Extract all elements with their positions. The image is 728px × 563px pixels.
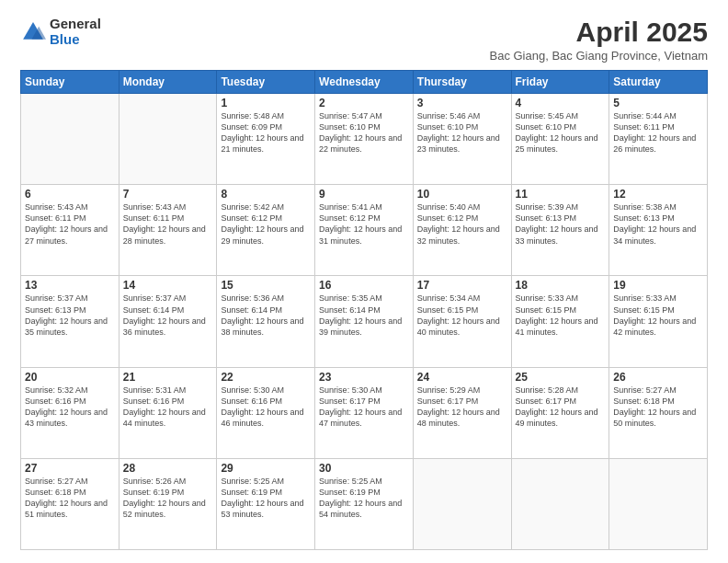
- day-info: Sunrise: 5:26 AM Sunset: 6:19 PM Dayligh…: [123, 476, 213, 521]
- day-info: Sunrise: 5:45 AM Sunset: 6:10 PM Dayligh…: [516, 110, 606, 155]
- table-row: 22Sunrise: 5:30 AM Sunset: 6:16 PM Dayli…: [217, 367, 315, 458]
- day-info: Sunrise: 5:37 AM Sunset: 6:13 PM Dayligh…: [25, 293, 115, 338]
- day-number: 29: [221, 462, 311, 475]
- table-row: 4Sunrise: 5:45 AM Sunset: 6:10 PM Daylig…: [511, 94, 609, 185]
- day-info: Sunrise: 5:31 AM Sunset: 6:16 PM Dayligh…: [123, 385, 213, 430]
- day-number: 16: [319, 279, 409, 292]
- day-number: 19: [613, 279, 703, 292]
- day-info: Sunrise: 5:30 AM Sunset: 6:16 PM Dayligh…: [221, 385, 311, 430]
- day-number: 12: [613, 188, 703, 201]
- table-row: 8Sunrise: 5:42 AM Sunset: 6:12 PM Daylig…: [217, 185, 315, 276]
- table-row: 23Sunrise: 5:30 AM Sunset: 6:17 PM Dayli…: [315, 367, 414, 458]
- calendar-row-2: 13Sunrise: 5:37 AM Sunset: 6:13 PM Dayli…: [21, 276, 708, 367]
- day-number: 4: [516, 97, 606, 109]
- calendar-row-0: 1Sunrise: 5:48 AM Sunset: 6:09 PM Daylig…: [21, 94, 708, 185]
- day-number: 3: [417, 97, 507, 109]
- day-info: Sunrise: 5:47 AM Sunset: 6:10 PM Dayligh…: [319, 110, 409, 155]
- table-row: 10Sunrise: 5:40 AM Sunset: 6:12 PM Dayli…: [413, 185, 511, 276]
- table-row: 14Sunrise: 5:37 AM Sunset: 6:14 PM Dayli…: [119, 276, 217, 367]
- table-row: 28Sunrise: 5:26 AM Sunset: 6:19 PM Dayli…: [119, 458, 217, 549]
- day-number: 27: [25, 462, 115, 475]
- day-number: 24: [417, 371, 507, 384]
- day-info: Sunrise: 5:30 AM Sunset: 6:17 PM Dayligh…: [319, 385, 409, 430]
- day-number: 28: [123, 462, 213, 475]
- logo-icon: [20, 19, 46, 45]
- table-row: 12Sunrise: 5:38 AM Sunset: 6:13 PM Dayli…: [609, 185, 708, 276]
- day-info: Sunrise: 5:43 AM Sunset: 6:11 PM Dayligh…: [25, 201, 115, 247]
- day-number: 30: [319, 462, 409, 475]
- day-info: Sunrise: 5:27 AM Sunset: 6:18 PM Dayligh…: [25, 476, 115, 521]
- day-info: Sunrise: 5:29 AM Sunset: 6:17 PM Dayligh…: [417, 385, 507, 430]
- col-saturday: Saturday: [609, 71, 708, 94]
- day-number: 13: [25, 279, 115, 292]
- day-info: Sunrise: 5:37 AM Sunset: 6:14 PM Dayligh…: [123, 293, 213, 338]
- title-block: April 2025 Bac Giang, Bac Giang Province…: [490, 17, 709, 63]
- day-number: 17: [417, 279, 507, 292]
- table-row: 11Sunrise: 5:39 AM Sunset: 6:13 PM Dayli…: [511, 185, 609, 276]
- table-row: 3Sunrise: 5:46 AM Sunset: 6:10 PM Daylig…: [413, 94, 511, 185]
- day-info: Sunrise: 5:28 AM Sunset: 6:17 PM Dayligh…: [516, 385, 606, 430]
- main-title: April 2025: [490, 17, 709, 47]
- table-row: 18Sunrise: 5:33 AM Sunset: 6:15 PM Dayli…: [511, 276, 609, 367]
- day-number: 9: [319, 188, 409, 201]
- day-number: 21: [123, 371, 213, 384]
- col-monday: Monday: [119, 71, 217, 94]
- day-info: Sunrise: 5:25 AM Sunset: 6:19 PM Dayligh…: [221, 476, 311, 521]
- day-info: Sunrise: 5:34 AM Sunset: 6:15 PM Dayligh…: [417, 293, 507, 338]
- day-number: 1: [221, 97, 311, 109]
- table-row: 21Sunrise: 5:31 AM Sunset: 6:16 PM Dayli…: [119, 367, 217, 458]
- table-row: 13Sunrise: 5:37 AM Sunset: 6:13 PM Dayli…: [21, 276, 119, 367]
- day-number: 25: [516, 371, 606, 384]
- table-row: 26Sunrise: 5:27 AM Sunset: 6:18 PM Dayli…: [609, 367, 708, 458]
- table-row: [609, 458, 708, 549]
- table-row: 15Sunrise: 5:36 AM Sunset: 6:14 PM Dayli…: [217, 276, 315, 367]
- table-row: 5Sunrise: 5:44 AM Sunset: 6:11 PM Daylig…: [609, 94, 708, 185]
- day-number: 8: [221, 188, 311, 201]
- table-row: 6Sunrise: 5:43 AM Sunset: 6:11 PM Daylig…: [21, 185, 119, 276]
- day-info: Sunrise: 5:35 AM Sunset: 6:14 PM Dayligh…: [319, 293, 409, 338]
- table-row: [511, 458, 609, 549]
- table-row: 2Sunrise: 5:47 AM Sunset: 6:10 PM Daylig…: [315, 94, 414, 185]
- calendar-row-3: 20Sunrise: 5:32 AM Sunset: 6:16 PM Dayli…: [21, 367, 708, 458]
- table-row: [21, 94, 119, 185]
- col-tuesday: Tuesday: [217, 71, 315, 94]
- day-info: Sunrise: 5:43 AM Sunset: 6:11 PM Dayligh…: [123, 201, 213, 247]
- day-info: Sunrise: 5:39 AM Sunset: 6:13 PM Dayligh…: [516, 201, 606, 247]
- day-info: Sunrise: 5:42 AM Sunset: 6:12 PM Dayligh…: [221, 201, 311, 247]
- day-number: 11: [516, 188, 606, 201]
- day-number: 15: [221, 279, 311, 292]
- day-info: Sunrise: 5:48 AM Sunset: 6:09 PM Dayligh…: [221, 110, 311, 155]
- calendar-row-1: 6Sunrise: 5:43 AM Sunset: 6:11 PM Daylig…: [21, 185, 708, 276]
- day-number: 22: [221, 371, 311, 384]
- day-info: Sunrise: 5:38 AM Sunset: 6:13 PM Dayligh…: [613, 201, 703, 247]
- table-row: [413, 458, 511, 549]
- day-number: 23: [319, 371, 409, 384]
- day-number: 5: [613, 97, 703, 109]
- day-info: Sunrise: 5:27 AM Sunset: 6:18 PM Dayligh…: [613, 385, 703, 430]
- logo-general-label: General: [50, 17, 101, 32]
- col-thursday: Thursday: [413, 71, 511, 94]
- day-number: 26: [613, 371, 703, 384]
- table-row: 9Sunrise: 5:41 AM Sunset: 6:12 PM Daylig…: [315, 185, 414, 276]
- day-info: Sunrise: 5:33 AM Sunset: 6:15 PM Dayligh…: [613, 293, 703, 338]
- col-wednesday: Wednesday: [315, 71, 414, 94]
- day-number: 10: [417, 188, 507, 201]
- calendar-row-4: 27Sunrise: 5:27 AM Sunset: 6:18 PM Dayli…: [21, 458, 708, 549]
- day-number: 20: [25, 371, 115, 384]
- day-info: Sunrise: 5:46 AM Sunset: 6:10 PM Dayligh…: [417, 110, 507, 155]
- page: General Blue April 2025 Bac Giang, Bac G…: [0, 0, 728, 563]
- table-row: [119, 94, 217, 185]
- logo-blue-label: Blue: [50, 32, 101, 48]
- table-row: 24Sunrise: 5:29 AM Sunset: 6:17 PM Dayli…: [413, 367, 511, 458]
- col-sunday: Sunday: [21, 71, 119, 94]
- logo: General Blue: [20, 17, 101, 47]
- day-info: Sunrise: 5:25 AM Sunset: 6:19 PM Dayligh…: [319, 476, 409, 521]
- table-row: 1Sunrise: 5:48 AM Sunset: 6:09 PM Daylig…: [217, 94, 315, 185]
- table-row: 29Sunrise: 5:25 AM Sunset: 6:19 PM Dayli…: [217, 458, 315, 549]
- day-number: 18: [516, 279, 606, 292]
- table-row: 30Sunrise: 5:25 AM Sunset: 6:19 PM Dayli…: [315, 458, 414, 549]
- table-row: 25Sunrise: 5:28 AM Sunset: 6:17 PM Dayli…: [511, 367, 609, 458]
- day-info: Sunrise: 5:44 AM Sunset: 6:11 PM Dayligh…: [613, 110, 703, 155]
- day-number: 2: [319, 97, 409, 109]
- table-row: 19Sunrise: 5:33 AM Sunset: 6:15 PM Dayli…: [609, 276, 708, 367]
